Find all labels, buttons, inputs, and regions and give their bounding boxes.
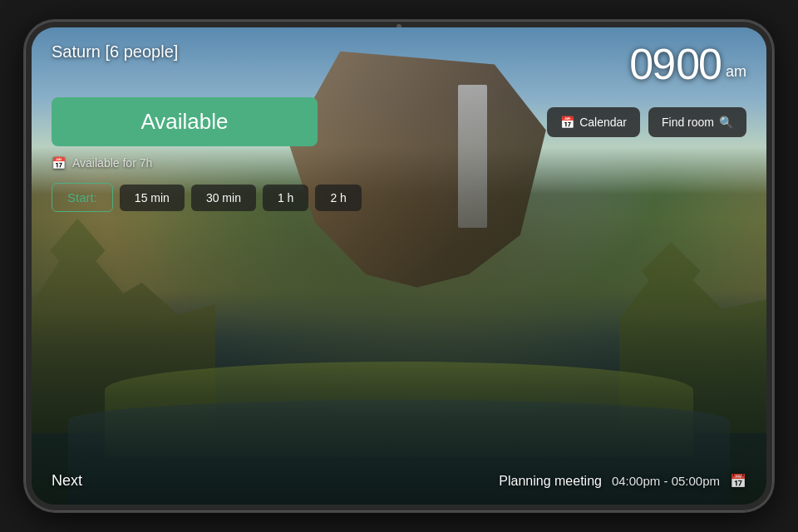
time-ampm: am (726, 63, 746, 86)
calendar-icon: 📅 (560, 116, 574, 129)
next-meeting: Planning meeting 04:00pm - 05:00pm 📅 (499, 473, 746, 489)
search-icon: 🔍 (719, 116, 733, 129)
duration-15min-label: 15 min (135, 191, 170, 204)
next-label: Next (52, 472, 82, 490)
duration-row: Start: 15 min 30 min 1 h 2 h (52, 183, 746, 212)
time-display: 09 00 am (629, 42, 746, 86)
meeting-time: 04:00pm - 05:00pm (612, 474, 720, 488)
room-name: Saturn [6 people] (52, 42, 178, 62)
calendar-small-icon: 📅 (52, 156, 66, 170)
bottom-bar: Next Planning meeting 04:00pm - 05:00pm … (52, 472, 746, 490)
available-row: Available 📅 Calendar Find room 🔍 (52, 97, 746, 146)
find-room-label: Find room (662, 116, 714, 129)
available-button[interactable]: Available (52, 97, 318, 146)
start-button[interactable]: Start: (52, 183, 113, 212)
calendar-button[interactable]: 📅 Calendar (547, 107, 640, 137)
duration-2h[interactable]: 2 h (315, 185, 361, 211)
top-actions: 📅 Calendar Find room 🔍 (547, 107, 746, 137)
duration-30min[interactable]: 30 min (191, 185, 256, 211)
middle-area: Available 📅 Calendar Find room 🔍 📅 (52, 97, 746, 212)
screen: Saturn [6 people] 09 00 am Available 📅 C… (32, 27, 766, 505)
duration-2h-label: 2 h (330, 191, 346, 204)
duration-15min[interactable]: 15 min (120, 185, 185, 211)
ui-content: Saturn [6 people] 09 00 am Available 📅 C… (32, 27, 766, 505)
time-minutes: 00 (676, 42, 721, 86)
tablet-frame: Saturn [6 people] 09 00 am Available 📅 C… (25, 21, 773, 511)
find-room-button[interactable]: Find room 🔍 (648, 107, 746, 137)
top-bar: Saturn [6 people] 09 00 am (52, 42, 746, 86)
available-for-text: Available for 7h (72, 156, 152, 170)
calendar-label: Calendar (579, 116, 627, 129)
time-hours: 09 (629, 42, 674, 86)
available-info: 📅 Available for 7h (52, 156, 746, 170)
meeting-name: Planning meeting (499, 474, 602, 489)
duration-30min-label: 30 min (206, 191, 241, 204)
duration-1h[interactable]: 1 h (263, 185, 308, 211)
meeting-calendar-icon: 📅 (730, 473, 746, 489)
duration-1h-label: 1 h (278, 191, 293, 204)
